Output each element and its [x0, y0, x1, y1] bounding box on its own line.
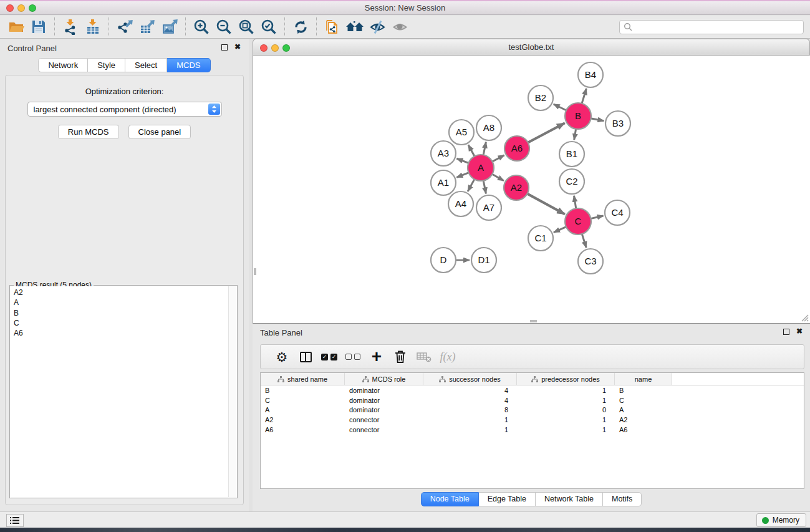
table-cell[interactable]: 4: [423, 387, 517, 394]
tab-network[interactable]: Network: [38, 58, 88, 72]
open-session-icon[interactable]: [5, 17, 27, 37]
settings-gear-icon[interactable]: ⚙: [270, 346, 294, 367]
network-node-B1[interactable]: B1: [559, 142, 584, 167]
export-image-icon[interactable]: [158, 17, 181, 37]
table-row[interactable]: Adominator80A: [261, 405, 804, 415]
table-cell[interactable]: dominator: [345, 397, 423, 404]
resize-grip[interactable]: [800, 313, 809, 322]
network-node-A7[interactable]: A7: [476, 195, 501, 220]
export-network-icon[interactable]: [113, 17, 136, 37]
network-node-D[interactable]: D: [431, 248, 456, 273]
table-cell[interactable]: connector: [345, 416, 423, 423]
network-node-C2[interactable]: C2: [559, 169, 584, 194]
mcds-result-item[interactable]: A6: [14, 328, 228, 338]
network-node-A3[interactable]: A3: [431, 141, 456, 166]
column-header-predecessor-nodes[interactable]: predecessor nodes: [517, 373, 615, 385]
network-node-C3[interactable]: C3: [578, 249, 603, 274]
float-panel-icon[interactable]: [221, 44, 228, 51]
network-node-A[interactable]: A: [468, 155, 494, 181]
zoom-fit-icon[interactable]: [235, 17, 258, 37]
network-node-B[interactable]: B: [565, 103, 591, 129]
mcds-result-list[interactable]: A2ABCA6: [11, 286, 228, 497]
tab-style[interactable]: Style: [88, 58, 125, 72]
export-table-icon[interactable]: [136, 17, 158, 37]
zoom-out-icon[interactable]: [213, 17, 235, 37]
table-cell[interactable]: A6: [261, 426, 345, 433]
network-node-C1[interactable]: C1: [528, 226, 553, 251]
network-edge-A-A7[interactable]: [483, 180, 486, 194]
horizontal-scroll-nub[interactable]: [530, 320, 537, 322]
column-header-MCDS-role[interactable]: MCDS role: [345, 373, 423, 385]
table-cell[interactable]: 1: [423, 416, 517, 423]
table-cell[interactable]: dominator: [345, 406, 423, 414]
hide-graphics-details-icon[interactable]: [366, 17, 388, 37]
zoom-in-icon[interactable]: [190, 17, 213, 37]
mcds-result-item[interactable]: C: [14, 318, 228, 328]
table-cell[interactable]: C: [615, 397, 672, 404]
table-row[interactable]: A6connector11A6: [261, 425, 804, 435]
tab-motifs[interactable]: Motifs: [603, 492, 642, 506]
deselect-all-columns-icon[interactable]: [341, 346, 365, 367]
tab-mcds[interactable]: MCDS: [167, 58, 210, 72]
network-minimize-button[interactable]: [271, 44, 279, 52]
network-edge-A-A1[interactable]: [456, 172, 470, 177]
network-node-B4[interactable]: B4: [578, 62, 603, 87]
network-node-A6[interactable]: A6: [504, 136, 529, 161]
table-cell[interactable]: B: [261, 387, 345, 394]
network-node-A4[interactable]: A4: [448, 191, 473, 216]
network-edge-A-A6[interactable]: [491, 155, 504, 162]
tab-edge-table[interactable]: Edge Table: [479, 492, 536, 506]
network-edge-A-A8[interactable]: [483, 142, 486, 157]
network-node-D1[interactable]: D1: [471, 248, 496, 273]
table-cell[interactable]: A2: [615, 416, 672, 423]
column-header-name[interactable]: name: [615, 373, 672, 385]
table-cell[interactable]: A6: [615, 426, 672, 433]
table-cell[interactable]: 1: [517, 426, 615, 433]
run-mcds-button[interactable]: Run MCDS: [58, 125, 119, 139]
network-edge-B-B2[interactable]: [554, 104, 567, 111]
table-cell[interactable]: dominator: [345, 387, 423, 394]
houses-icon[interactable]: [344, 17, 366, 37]
network-edge-A6-B[interactable]: [527, 123, 565, 143]
table-cell[interactable]: 4: [423, 397, 517, 404]
zoom-selected-icon[interactable]: [258, 17, 280, 37]
table-cell[interactable]: B: [615, 387, 672, 394]
network-edge-B-B4[interactable]: [582, 89, 587, 105]
column-header-shared-name[interactable]: shared name: [261, 373, 345, 385]
import-table-icon[interactable]: [82, 17, 104, 37]
import-network-icon[interactable]: [59, 17, 82, 37]
float-table-panel-icon[interactable]: [783, 329, 789, 335]
network-node-B2[interactable]: B2: [528, 85, 553, 110]
table-row[interactable]: A2connector11A2: [261, 415, 804, 425]
table-cell[interactable]: connector: [345, 426, 423, 433]
result-scrollbar[interactable]: [228, 286, 236, 497]
table-cell[interactable]: 1: [517, 416, 615, 423]
table-cell[interactable]: A: [615, 406, 672, 414]
vertical-scroll-nub[interactable]: [254, 268, 256, 275]
close-panel-button[interactable]: Close panel: [128, 125, 191, 139]
network-node-A1[interactable]: A1: [431, 170, 456, 195]
network-canvas[interactable]: B4B2BB3A8A5A6A3B1AC2A1A2A4A7C4CC1DD1C3: [253, 56, 810, 324]
table-cell[interactable]: A: [261, 406, 345, 414]
apply-layout-icon[interactable]: [289, 17, 312, 37]
network-edge-C-C2[interactable]: [574, 196, 577, 210]
close-table-panel-icon[interactable]: ✖: [796, 327, 803, 336]
close-panel-icon[interactable]: ✖: [234, 42, 241, 51]
tab-node-table[interactable]: Node Table: [421, 492, 479, 506]
delete-column-icon[interactable]: [388, 346, 412, 367]
network-node-A8[interactable]: A8: [476, 115, 501, 140]
select-all-columns-icon[interactable]: ✓✓: [317, 346, 341, 367]
table-cell[interactable]: C: [261, 397, 345, 404]
column-header-successor-nodes[interactable]: successor nodes: [423, 373, 517, 385]
network-close-button[interactable]: [260, 44, 268, 52]
table-cell[interactable]: 0: [517, 406, 615, 414]
network-node-B3[interactable]: B3: [605, 111, 630, 136]
mcds-result-item[interactable]: A2: [14, 288, 228, 297]
network-edge-A-A5[interactable]: [468, 145, 475, 157]
criterion-dropdown[interactable]: largest connected component (directed): [27, 102, 222, 117]
mcds-result-item[interactable]: B: [14, 308, 228, 318]
save-session-icon[interactable]: [27, 17, 50, 37]
task-history-button[interactable]: [6, 514, 24, 527]
node-table[interactable]: shared nameMCDS rolesuccessor nodesprede…: [260, 372, 804, 489]
network-edge-C-C3[interactable]: [582, 233, 586, 248]
